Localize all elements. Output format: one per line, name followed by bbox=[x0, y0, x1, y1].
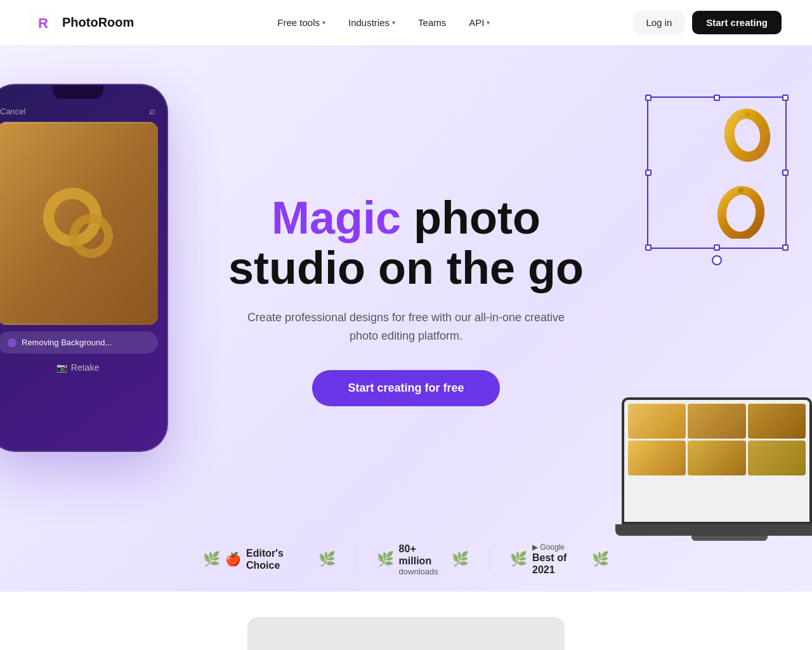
earring-product-2 bbox=[716, 182, 766, 239]
hero-content: Magic photostudio on the go Create profe… bbox=[216, 155, 596, 483]
hero-section: Cancel ⌕ bbox=[0, 46, 812, 592]
badge-downloads: 🌿 80+ million downloads 🌿 bbox=[377, 543, 469, 576]
nav-industries-label: Industries bbox=[348, 17, 390, 28]
svg-point-5 bbox=[726, 111, 769, 160]
laptop-screen-content bbox=[624, 400, 809, 479]
laptop-mockup bbox=[622, 397, 812, 541]
rotate-handle bbox=[712, 255, 722, 265]
badge-editors-choice: 🌿 🍎 Editor's Choice 🌿 bbox=[203, 547, 336, 571]
nav-free-tools-label: Free tools bbox=[277, 17, 320, 28]
laptop-thumb-3 bbox=[748, 404, 806, 439]
google-best-label: Best of 2021 bbox=[532, 552, 587, 576]
laurel-right-icon: 🌿 bbox=[592, 551, 609, 567]
corner-handle-bm bbox=[714, 244, 720, 251]
svg-point-6 bbox=[745, 112, 750, 117]
laurel-left-icon: 🌿 bbox=[377, 551, 394, 567]
laurel-right-icon: 🌿 bbox=[452, 551, 469, 567]
laurel-right-icon: 🌿 bbox=[318, 551, 336, 567]
corner-handle-tr bbox=[782, 95, 789, 101]
laptop-base bbox=[615, 524, 812, 536]
phone-retake-label: Retake bbox=[71, 362, 99, 373]
svg-point-8 bbox=[738, 188, 743, 193]
corner-handle-ml bbox=[645, 169, 652, 176]
nav-link-teams[interactable]: Teams bbox=[409, 12, 455, 33]
hero-title-magic: Magic bbox=[272, 192, 401, 243]
nav-link-api[interactable]: API ▾ bbox=[460, 12, 499, 33]
laptop-thumb-5 bbox=[688, 441, 745, 475]
downloads-label: downloads bbox=[399, 567, 438, 576]
camera-icon: 📷 bbox=[56, 362, 67, 373]
corner-handle-tm bbox=[714, 95, 720, 101]
chevron-down-icon: ▾ bbox=[322, 19, 325, 26]
laptop-screen bbox=[622, 397, 812, 524]
selection-box bbox=[647, 96, 787, 249]
below-fold-section bbox=[0, 592, 812, 650]
badges-row: 🌿 🍎 Editor's Choice 🌿 🌿 80+ million down… bbox=[203, 543, 609, 576]
phone-product-image bbox=[0, 122, 158, 325]
badge-divider-1 bbox=[356, 547, 357, 572]
svg-text:R: R bbox=[38, 15, 48, 31]
hero-subtitle: Create professional designs for free wit… bbox=[241, 308, 571, 345]
earrings-float bbox=[647, 96, 793, 249]
corner-handle-mr bbox=[782, 169, 789, 176]
hero-title: Magic photostudio on the go bbox=[228, 193, 584, 293]
laptop-stand bbox=[691, 536, 768, 541]
nav-teams-label: Teams bbox=[418, 17, 446, 28]
brand-name: PhotoRoom bbox=[62, 15, 134, 30]
badge-downloads-text: 80+ million downloads bbox=[399, 543, 447, 576]
badge-google-best: 🌿 ▶ Google Best of 2021 🌿 bbox=[510, 543, 609, 576]
navbar: R PhotoRoom Free tools ▾ Industries ▾ Te… bbox=[0, 0, 812, 46]
hero-cta-button[interactable]: Start creating for free bbox=[312, 370, 499, 406]
phone-removing-text: Removing Background... bbox=[22, 338, 148, 347]
apple-icon: 🍎 bbox=[225, 552, 241, 567]
login-button[interactable]: Log in bbox=[633, 11, 684, 34]
chevron-down-icon: ▾ bbox=[487, 19, 490, 26]
phone-removing-bar: Removing Background... bbox=[0, 331, 158, 354]
start-creating-button[interactable]: Start creating bbox=[692, 11, 782, 34]
downloads-count: 80+ million bbox=[399, 543, 447, 567]
laptop-thumb-6 bbox=[748, 441, 806, 475]
phone-cancel-label: Cancel bbox=[0, 107, 25, 116]
editors-choice-label: Editor's Choice bbox=[246, 547, 313, 571]
phone-retake-row: 📷 Retake bbox=[0, 362, 167, 373]
earring-product-1 bbox=[722, 107, 773, 164]
nav-links: Free tools ▾ Industries ▾ Teams API ▾ bbox=[268, 12, 499, 33]
laurel-left-icon: 🌿 bbox=[203, 551, 220, 567]
search-icon: ⌕ bbox=[149, 105, 155, 117]
below-fold-card bbox=[247, 617, 565, 650]
phone-image-area bbox=[0, 122, 158, 325]
nav-actions: Log in Start creating bbox=[633, 11, 782, 34]
svg-point-7 bbox=[719, 188, 763, 239]
google-play-label: ▶ Google bbox=[532, 543, 565, 552]
corner-handle-tl bbox=[645, 95, 652, 101]
laptop-thumb-4 bbox=[628, 441, 686, 475]
corner-handle-br bbox=[782, 244, 789, 251]
phone-mockup: Cancel ⌕ bbox=[0, 84, 178, 452]
phone-notch bbox=[53, 85, 103, 99]
chevron-down-icon: ▾ bbox=[392, 19, 395, 26]
laptop-thumb-1 bbox=[628, 404, 686, 439]
nav-link-industries[interactable]: Industries ▾ bbox=[339, 12, 404, 33]
loading-indicator bbox=[8, 338, 16, 347]
brand-logo[interactable]: R PhotoRoom bbox=[30, 10, 134, 36]
brand-logo-icon: R bbox=[30, 10, 56, 36]
corner-handle-bl bbox=[645, 244, 652, 251]
badge-google-text: ▶ Google Best of 2021 bbox=[532, 543, 587, 576]
laurel-left-icon: 🌿 bbox=[510, 551, 527, 567]
nav-api-label: API bbox=[469, 17, 484, 28]
badge-divider-2 bbox=[489, 547, 490, 572]
nav-link-free-tools[interactable]: Free tools ▾ bbox=[268, 12, 334, 33]
badge-editors-choice-text: Editor's Choice bbox=[246, 547, 313, 571]
laptop-thumb-2 bbox=[688, 404, 745, 439]
